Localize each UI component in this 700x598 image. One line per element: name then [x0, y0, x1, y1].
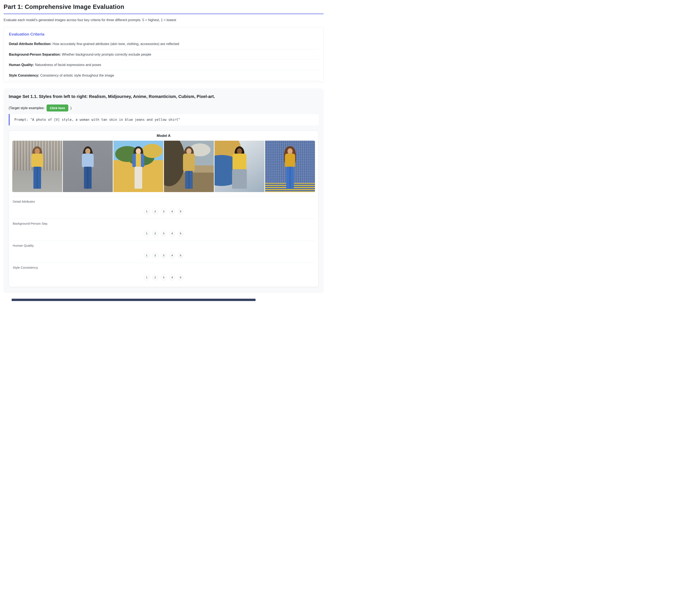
evaluation-criteria-panel: Evaluation Criteria Detail Attribute Ref… — [4, 27, 324, 82]
figure-silhouette — [277, 146, 303, 191]
page-subtitle: Evaluate each model's generated images a… — [4, 18, 324, 22]
criterion-description: Consistency of artistic style throughout… — [40, 74, 114, 77]
criterion-item-detail-attribute: Detail Attribute Reflection:How accurate… — [9, 39, 318, 49]
criterion-label: Human Quality: — [9, 63, 34, 67]
page-title: Part 1: Comprehensive Image Evaluation — [4, 3, 324, 10]
criterion-item-style-consistency: Style Consistency:Consistency of artisti… — [9, 70, 318, 81]
criterion-description: How accurately fine-grained attributes (… — [52, 42, 179, 46]
rating-style-consistency-4[interactable]: 4 — [169, 275, 175, 280]
horizontal-scrollbar-thumb[interactable] — [11, 299, 255, 301]
rating-detail-attributes-3[interactable]: 3 — [161, 208, 167, 214]
criterion-description: Whether background-only prompts correctl… — [62, 53, 151, 56]
rating-detail-attributes-2[interactable]: 2 — [152, 208, 158, 214]
rating-human-quality-1[interactable]: 1 — [144, 253, 150, 258]
figure-wall — [232, 169, 247, 189]
figure-silhouette — [227, 146, 252, 191]
figure-head — [85, 148, 90, 154]
rating-style-consistency-5[interactable]: 5 — [178, 275, 183, 280]
model-a-card: Model A — [9, 130, 319, 287]
figure-silhouette — [25, 146, 50, 191]
figure-head — [237, 148, 242, 154]
criterion-label: Detail Attribute Reflection: — [9, 42, 51, 46]
rating-label: Detail Attributes — [13, 200, 315, 203]
rating-human-quality-2[interactable]: 2 — [152, 253, 158, 258]
figure-shirt — [285, 154, 295, 167]
figure-silhouette — [176, 146, 202, 191]
rating-background-person-sep-4[interactable]: 4 — [169, 230, 175, 236]
rating-human-quality-3[interactable]: 3 — [161, 253, 167, 258]
figure-shirt — [232, 154, 246, 170]
figure-jeans — [185, 171, 193, 189]
rating-detail-attributes-4[interactable]: 4 — [169, 208, 175, 214]
figure-jeans — [286, 167, 294, 189]
figure-silhouette — [126, 146, 151, 191]
criteria-heading: Evaluation Criteria — [9, 32, 318, 36]
rating-detail-attributes-1[interactable]: 1 — [144, 208, 150, 214]
rating-label: Background-Person Sep. — [13, 222, 315, 225]
rating-options: 1 2 3 4 5 — [13, 275, 315, 280]
image-set-1-1-section: Image Set 1.1. Styles from left to right… — [4, 89, 324, 293]
model-image-anime — [114, 141, 163, 192]
click-here-button[interactable]: Click here — [47, 104, 69, 111]
rating-background-person-sep-5[interactable]: 5 — [178, 230, 183, 236]
criterion-description: Naturalness of facial expressions and po… — [35, 63, 101, 67]
rating-options: 1 2 3 4 5 — [13, 253, 315, 258]
image-set-heading: Image Set 1.1. Styles from left to right… — [9, 94, 319, 99]
figure-shirt — [82, 154, 94, 167]
figure-head — [288, 148, 293, 154]
criterion-label: Style Consistency: — [9, 74, 39, 77]
rating-row-background-person-sep: Background-Person Sep. 1 2 3 4 5 — [12, 219, 315, 241]
ratings-group: Detail Attributes 1 2 3 4 5 Background-P… — [12, 197, 315, 285]
criterion-item-background-person: Background-Person Separation:Whether bac… — [9, 49, 318, 60]
figure-shirt — [31, 154, 43, 167]
figure-coat — [183, 154, 195, 172]
target-style-examples-prefix: (Target style examples: — [9, 106, 45, 110]
rating-human-quality-5[interactable]: 5 — [178, 253, 183, 258]
model-image-cubism — [215, 141, 265, 192]
rating-detail-attributes-5[interactable]: 5 — [178, 208, 183, 214]
title-divider — [4, 14, 324, 14]
rating-row-style-consistency: Style Consistency 1 2 3 4 5 — [12, 263, 315, 285]
criterion-label: Background-Person Separation: — [9, 53, 61, 56]
model-image-realism — [12, 141, 62, 192]
rating-style-consistency-1[interactable]: 1 — [144, 275, 150, 280]
model-image-pixel-art — [265, 141, 315, 192]
model-a-images-row — [12, 141, 315, 192]
model-image-romanticism — [164, 141, 214, 192]
target-style-examples-row: (Target style examples: Click here ) — [9, 104, 319, 111]
rating-human-quality-4[interactable]: 4 — [169, 253, 175, 258]
figure-head — [186, 148, 192, 154]
model-name: Model A — [12, 134, 315, 138]
rating-background-person-sep-2[interactable]: 2 — [152, 230, 158, 236]
figure-jeans — [33, 167, 41, 189]
rating-label: Human Quality — [13, 244, 315, 247]
target-style-examples-suffix: ) — [70, 106, 72, 110]
rating-background-person-sep-1[interactable]: 1 — [144, 230, 150, 236]
rating-background-person-sep-3[interactable]: 3 — [161, 230, 167, 236]
rating-options: 1 2 3 4 5 — [13, 230, 315, 236]
model-image-midjourney — [63, 141, 113, 192]
prompt-quote: Prompt: "A photo of [V] style, a woman w… — [9, 114, 319, 125]
figure-jeans — [134, 167, 142, 189]
criterion-item-human-quality: Human Quality:Naturalness of facial expr… — [9, 60, 318, 70]
rating-label: Style Consistency — [13, 266, 315, 269]
figure-shirt — [132, 154, 144, 167]
rating-row-human-quality: Human Quality 1 2 3 4 5 — [12, 241, 315, 263]
figure-silhouette — [75, 146, 100, 191]
figure-head — [136, 148, 141, 154]
rating-style-consistency-2[interactable]: 2 — [152, 275, 158, 280]
figure-jeans — [84, 167, 92, 189]
figure-head — [35, 148, 40, 154]
rating-options: 1 2 3 4 5 — [13, 208, 315, 214]
rating-style-consistency-3[interactable]: 3 — [161, 275, 167, 280]
rating-row-detail-attributes: Detail Attributes 1 2 3 4 5 — [12, 197, 315, 219]
